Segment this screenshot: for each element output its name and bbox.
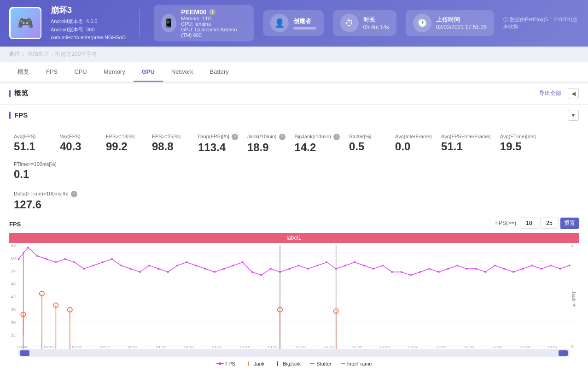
tab-network[interactable]: Network <box>163 63 202 82</box>
legend-stutter-label: Stutter <box>316 361 331 366</box>
collapse-overview-btn[interactable]: ◀ <box>568 88 579 99</box>
tab-battery[interactable]: Battery <box>202 63 237 82</box>
tab-cpu[interactable]: CPU <box>66 63 95 82</box>
creator-icon: 👤 <box>270 14 289 32</box>
svg-text:01:57: 01:57 <box>268 345 278 349</box>
overview-title: 概览 <box>9 89 28 98</box>
upload-card: 🕐 上传时间 02/03/2021 17:51:26 <box>406 10 494 36</box>
header: 🎮 崩坏3 Android版本名: 4.6.0 Android版本号: 360 … <box>0 0 588 47</box>
app-android-sdk: Android版本号: 360 <box>51 26 126 34</box>
chart-label-banner: label1 <box>9 233 579 243</box>
svg-point-52 <box>316 265 318 266</box>
stat-drop-fps: Drop(FPS)[/h] ? 113.4 <box>198 130 247 158</box>
svg-point-39 <box>195 265 197 266</box>
export-all-link[interactable]: 导出全部 <box>539 89 561 97</box>
svg-point-40 <box>204 268 206 270</box>
svg-point-59 <box>382 265 384 266</box>
creator-card: 👤 创建者 <box>263 10 324 36</box>
upload-value: 02/03/2021 17:51:26 <box>436 24 487 30</box>
chart-scrollbar[interactable] <box>18 349 570 357</box>
svg-point-41 <box>214 271 215 273</box>
svg-text:01:31: 01:31 <box>212 345 222 349</box>
jank-info-icon[interactable]: ? <box>279 134 285 140</box>
fps-threshold-input-2[interactable] <box>540 218 559 229</box>
stat-fps18: FPS>=18[%] 99.2 <box>106 130 152 158</box>
duration-card: ⏱ 时长 0h 4m 14s <box>333 10 396 36</box>
svg-point-68 <box>466 268 468 270</box>
stat-avg-fps: Avg(FPS) 51.1 <box>14 130 60 158</box>
duration-label: 时长 <box>363 16 389 24</box>
svg-point-49 <box>288 268 290 270</box>
svg-point-38 <box>186 261 187 263</box>
svg-point-57 <box>363 265 365 266</box>
stat-fps18-value: 99.2 <box>106 140 128 153</box>
legend-jank: Jank <box>245 361 264 366</box>
app-info: 崩坏3 Android版本名: 4.6.0 Android版本号: 360 co… <box>51 5 126 42</box>
stat-drop-fps-label: Drop(FPS)[/h] ? <box>198 134 238 140</box>
fps-stats-grid: Avg(FPS) 51.1 Var(FPS) 40.3 FPS>=18[%] 9… <box>0 125 588 189</box>
svg-point-55 <box>344 265 346 266</box>
delta-info-icon[interactable]: ? <box>71 191 77 197</box>
collapse-fps-btn[interactable]: ▼ <box>568 110 579 121</box>
scroll-handle-left[interactable] <box>20 350 29 356</box>
svg-point-75 <box>531 265 533 266</box>
svg-rect-0 <box>9 243 579 349</box>
svg-point-42 <box>223 268 225 270</box>
tab-fps[interactable]: FPS <box>38 63 66 82</box>
stat-ftime-value: 19.5 <box>500 140 522 153</box>
nav-tabs: 概览 FPS CPU Memory GPU Network Battery <box>0 62 588 83</box>
bigjank-info-icon[interactable]: ? <box>333 134 340 140</box>
svg-point-64 <box>429 268 431 270</box>
device-info-icon[interactable]: i <box>209 9 215 15</box>
tab-overview[interactable]: 概览 <box>9 62 38 83</box>
stat-jank-value: 18.9 <box>247 141 269 154</box>
device-name: PEEM00 <box>181 8 206 16</box>
svg-text:60: 60 <box>11 256 16 260</box>
tab-memory[interactable]: Memory <box>95 63 134 82</box>
drop-fps-info-icon[interactable]: ? <box>232 134 238 140</box>
scroll-handle-right[interactable] <box>559 350 568 356</box>
device-cpu: CPU: lahaina <box>181 21 246 27</box>
svg-point-34 <box>148 265 150 266</box>
legend-fps-icon <box>216 361 224 366</box>
stat-stutter-value: 0.5 <box>349 140 364 153</box>
chart-legend: FPS Jank BigJank Stutter InterFrame <box>9 357 579 370</box>
svg-point-65 <box>438 271 440 273</box>
stat-jank-label: Jank(/10min) ? <box>247 134 285 140</box>
svg-point-62 <box>410 274 412 276</box>
fps-threshold-input-1[interactable] <box>520 218 538 229</box>
svg-text:48: 48 <box>11 282 16 286</box>
svg-text:42: 42 <box>11 295 16 299</box>
svg-point-66 <box>447 268 449 270</box>
app-icon: 🎮 <box>9 7 41 39</box>
stat-var-fps-label: Var(FPS) <box>60 134 81 139</box>
app-package: com.miHoYo.enterprise.NGHSoD <box>51 34 126 42</box>
legend-interframe-dot <box>341 363 345 364</box>
svg-point-72 <box>503 268 505 270</box>
svg-point-61 <box>401 271 402 273</box>
svg-point-51 <box>307 268 309 270</box>
delta-item: Delta(FTime)>100ms[/h] ? 127.6 <box>0 189 588 213</box>
svg-text:02:36: 02:36 <box>352 345 362 349</box>
chart-reset-btn[interactable]: 重置 <box>560 218 579 229</box>
tab-gpu[interactable]: GPU <box>134 63 163 82</box>
note-placeholder: 添加备注，不超过200个字符 <box>27 51 97 57</box>
stat-var-fps-value: 40.3 <box>60 140 82 153</box>
stat-fps-interframe-label: Avg(FPS+InterFrame) <box>441 134 491 139</box>
stat-ftime-pct: FTime>=100ms[%] 0.1 <box>14 158 66 184</box>
fps-dot <box>17 258 19 260</box>
svg-text:30: 30 <box>11 320 16 325</box>
stat-ftime-pct-value: 0.1 <box>14 168 29 181</box>
svg-point-71 <box>494 265 495 266</box>
note-bar: 备注： 添加备注，不超过200个字符 <box>0 47 588 62</box>
app-android-version: Android版本名: 4.6.0 <box>51 18 126 26</box>
svg-point-73 <box>512 271 514 273</box>
svg-point-35 <box>157 268 159 270</box>
svg-point-56 <box>354 261 355 263</box>
svg-point-69 <box>475 268 477 270</box>
stat-avg-fps-value: 51.1 <box>14 140 35 153</box>
fps-title: FPS <box>9 111 28 119</box>
svg-point-70 <box>484 271 486 273</box>
stat-interframe-label: Avg(InterFrame) <box>395 134 432 139</box>
legend-bigjank: BigJank <box>274 361 301 366</box>
